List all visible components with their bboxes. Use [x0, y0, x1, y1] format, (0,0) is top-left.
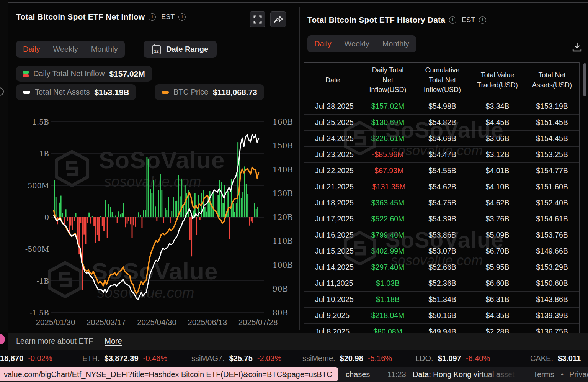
share-button[interactable]: [270, 11, 286, 27]
table-row[interactable]: Jul 28,2025$157.02M$54.98B$3.34B$153.19B: [304, 98, 579, 115]
table-row[interactable]: Jul 21,2025-$131.35M$54.62B$4.10B$151.60…: [304, 179, 579, 195]
cell-value: $154.61B: [525, 215, 579, 223]
ticker-label: ssiMAG7:: [191, 354, 225, 363]
ticker-item[interactable]: ssiMeme:$20.98-5.16%: [302, 350, 392, 367]
ticker-change: -6.40%: [466, 354, 490, 363]
svg-text:2025/03/17: 2025/03/17: [87, 318, 126, 326]
table-row[interactable]: Jul 9,2025$218.04M$50.16B$4.35B$139.39B: [304, 308, 579, 324]
timezone-info-icon[interactable]: i: [178, 13, 186, 21]
privacy-link[interactable]: Privacy: [569, 367, 588, 382]
svg-text:1.5B: 1.5B: [32, 118, 49, 126]
ticker-item[interactable]: ssiMAG7:$25.75-2.03%: [191, 350, 281, 367]
chart-canvas[interactable]: 1.5B1B500M0-500M-1B-1.5B160B150B140B130B…: [8, 107, 299, 332]
tab-weekly[interactable]: Weekly: [53, 45, 78, 54]
table-row[interactable]: Jul 14,2025$297.40M$52.66B$5.95B$153.29B: [304, 259, 579, 275]
cell-value: $153.25B: [525, 150, 579, 159]
tab-monthly[interactable]: Monthly: [382, 39, 409, 48]
learn-more-text: Learn more about ETF: [16, 337, 93, 346]
ticker-item[interactable]: 18,870-0.02%: [0, 350, 52, 367]
cell-date: Jul 11,2025: [304, 279, 361, 288]
terms-link[interactable]: Terms: [533, 367, 554, 382]
ticker-item[interactable]: CAKE:$3.011: [530, 350, 581, 367]
price-ticker-bar: 18,870-0.02%ETH:$3,872.39-0.46%ssiMAG7:$…: [0, 350, 588, 367]
share-icon: [273, 15, 283, 25]
svg-text:90B: 90B: [273, 284, 288, 293]
tab-monthly[interactable]: Monthly: [91, 45, 118, 54]
history-data-panel: Total Bitcoin Spot ETF History Data i ES…: [304, 4, 588, 330]
download-button[interactable]: [569, 39, 585, 54]
cell-date: Jul 22,2025: [304, 166, 361, 175]
tab-daily[interactable]: Daily: [314, 39, 331, 48]
net-inflow-panel: Total Bitcoin Spot ETF Net Inflow i EST …: [8, 4, 299, 332]
table-row[interactable]: Jul 17,2025$522.60M$54.39B$3.76B$154.61B: [304, 211, 579, 227]
fullscreen-icon: [253, 15, 262, 24]
cell-value: $149.66B: [525, 247, 579, 256]
table-panel-title: Total Bitcoin Spot ETF History Data: [307, 15, 445, 25]
sosovalue-etf-dashboard: Total Bitcoin Spot ETF Net Inflow i EST …: [0, 0, 588, 382]
cell-value: $4.62B: [470, 198, 525, 207]
svg-text:160B: 160B: [273, 117, 293, 126]
net-inflow-chart[interactable]: SoSoValuesosovalue.com SoSoValuesosovalu…: [8, 107, 299, 332]
tab-weekly[interactable]: Weekly: [344, 39, 369, 48]
timezone-label: EST: [462, 16, 475, 24]
table-row[interactable]: Jul 16,2025$799.40M$53.86B$5.09B$153.76B: [304, 227, 579, 243]
column-header: Daily Total Net Inflow(USD): [361, 63, 415, 98]
btc-line-icon: [162, 91, 169, 94]
table-period-tabs: Daily Weekly Monthly: [307, 35, 416, 52]
cell-value: $522.60M: [361, 215, 415, 223]
timezone-label: EST: [161, 13, 175, 21]
tab-daily[interactable]: Daily: [23, 45, 40, 54]
cell-value: $402.99M: [361, 247, 415, 256]
learn-more-bar: Learn more about ETF More: [8, 333, 588, 350]
svg-text:140B: 140B: [273, 165, 293, 174]
legend-net-assets[interactable]: Total Net Assets $153.19B: [16, 84, 136, 100]
legend-btc-price[interactable]: BTC Price $118,068.73: [155, 84, 264, 100]
info-icon[interactable]: i: [149, 13, 156, 21]
ticker-change: -0.02%: [28, 354, 52, 363]
table-row[interactable]: Jul 18,2025$363.45M$54.75B$4.62B$152.40B: [304, 195, 579, 211]
ticker-item[interactable]: LDO:$1.097-6.40%: [415, 350, 490, 367]
svg-text:-1.5B: -1.5B: [29, 308, 49, 317]
svg-text:130B: 130B: [273, 189, 293, 198]
news-time: 11:23: [387, 367, 406, 382]
table-row[interactable]: Jul 10,2025$1.18B$51.34B$6.31B$143.86B: [304, 292, 579, 308]
legend-net-inflow[interactable]: Daily Total Net Inflow $157.02M: [16, 66, 152, 82]
cell-value: $143.86B: [525, 295, 579, 304]
ticker-value: $20.98: [340, 354, 363, 363]
svg-text:80B: 80B: [273, 308, 288, 317]
column-header: Total Net Assets(USD): [525, 63, 579, 98]
table-row[interactable]: Jul 23,2025-$85.96M$54.47B$3.12B$153.25B: [304, 147, 579, 163]
cell-value: -$67.93M: [361, 166, 415, 175]
link-url-tooltip: value.com/bigChart/Etf_NYSE_DEFI?title=H…: [0, 367, 338, 381]
cell-value: $54.98B: [415, 102, 470, 111]
fullscreen-button[interactable]: [250, 11, 265, 27]
chart-panel-title: Total Bitcoin Spot ETF Net Inflow: [16, 12, 145, 21]
table-row[interactable]: Jul 15,2025$402.99M$53.07B$6.70B$149.66B: [304, 243, 579, 259]
cell-date: Jul 25,2025: [304, 118, 361, 127]
ticker-value: 18,870: [0, 354, 23, 363]
info-icon[interactable]: i: [449, 16, 456, 24]
cell-value: $53.86B: [415, 231, 470, 239]
timezone-info-icon[interactable]: i: [479, 16, 486, 24]
table-scrollbar[interactable]: [583, 63, 586, 96]
cell-value: $152.40B: [525, 198, 579, 207]
column-header: Cumulative Total Net Inflow(USD): [415, 63, 470, 98]
cell-value: $3.06B: [470, 134, 525, 143]
table-row[interactable]: Jul 11,2025$1.03B$52.36B$6.60B$150.60B: [304, 275, 579, 292]
ticker-change: -5.16%: [368, 354, 392, 363]
cell-date: Jul 10,2025: [304, 295, 361, 304]
cell-value: $153.76B: [525, 231, 579, 239]
floating-chat-button[interactable]: [0, 334, 5, 344]
date-range-button[interactable]: 12 Date Range: [144, 41, 217, 58]
news-fade: [475, 367, 524, 382]
ticker-item[interactable]: ETH:$3,872.39-0.46%: [82, 350, 167, 367]
table-row[interactable]: Jul 24,2025$226.61M$54.69B$3.06B$154.45B: [304, 131, 579, 147]
cell-value: $139.39B: [525, 311, 579, 320]
table-row[interactable]: Jul 22,2025-$67.93M$54.55B$4.01B$154.77B: [304, 163, 579, 179]
ticker-change: -2.03%: [257, 354, 281, 363]
column-header: Date: [304, 63, 361, 98]
more-link[interactable]: More: [105, 337, 122, 346]
table-row[interactable]: Jul 25,2025$130.69M$54.82B$4.45B$151.45B: [304, 115, 579, 131]
ticker-value: $1.097: [438, 354, 461, 363]
table-header-row: DateDaily Total Net Inflow(USD)Cumulativ…: [304, 63, 579, 98]
